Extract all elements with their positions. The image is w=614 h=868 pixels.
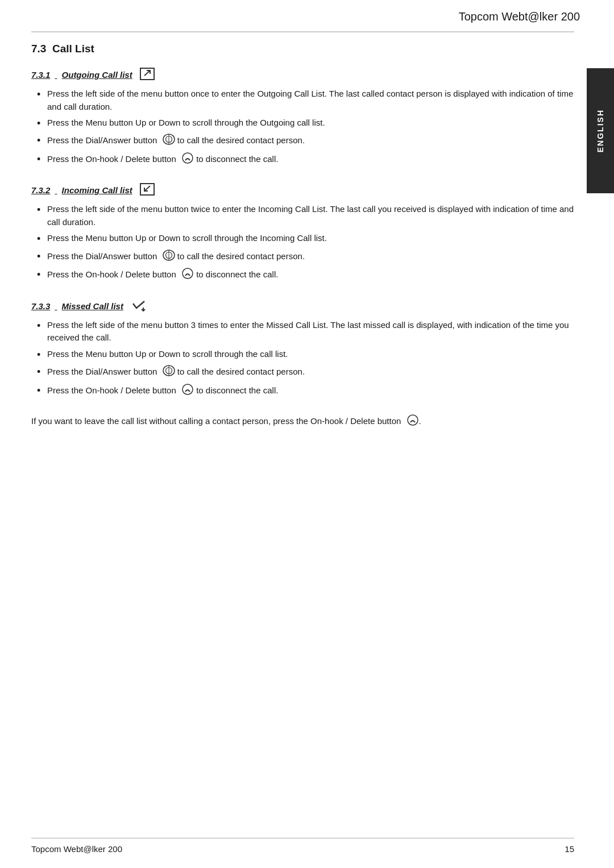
bullet-text: Press the On-hook / Delete button to dis… [47, 152, 278, 168]
outgoing-call-icon [140, 68, 155, 82]
bullet-text: Press the Menu button Up or Down to scro… [47, 232, 327, 245]
bullet-dot: • [37, 134, 47, 147]
onhook-button-icon [181, 152, 194, 168]
list-item: • Press the On-hook / Delete button to d… [37, 384, 574, 399]
bullet-text: Press the Menu button Up or Down to scro… [47, 117, 325, 130]
bullet-text: Press the Menu button Up or Down to scro… [47, 348, 288, 361]
onhook-button-icon-closing [406, 414, 419, 430]
bullet-dot: • [37, 366, 47, 379]
bullet-dot: • [37, 88, 47, 101]
bullet-dot: • [37, 348, 47, 362]
bullet-dot: • [37, 232, 47, 246]
subsection-732-number: 7.3.2 [31, 185, 50, 195]
list-item: • Press the Dial/Answer button to call t… [37, 365, 574, 380]
closing-paragraph: If you want to leave the call list witho… [31, 414, 574, 430]
subsection-733-bullets: • Press the left side of the menu button… [37, 319, 574, 398]
side-tab: ENGLISH [587, 68, 614, 193]
subsection-733-heading: 7.3.3 Missed Call list [31, 299, 574, 313]
bullet-text: Press the left side of the menu button o… [47, 88, 574, 113]
subsection-732-title: Incoming Call list [62, 185, 132, 195]
bullet-dot: • [37, 117, 47, 130]
footer-page-number: 15 [565, 844, 574, 854]
list-item: • Press the left side of the menu button… [37, 203, 574, 229]
incoming-call-icon [140, 183, 155, 197]
top-header-brand: Topcom Webt@lker 200 [459, 10, 580, 23]
bullet-dot: • [37, 250, 47, 263]
page-footer: Topcom Webt@lker 200 15 [31, 838, 574, 854]
bullet-dot: • [37, 203, 47, 217]
svg-rect-5 [140, 184, 154, 195]
bullet-text: Press the Dial/Answer button to call the… [47, 134, 305, 149]
bullet-text: Press the left side of the menu button t… [47, 203, 574, 229]
svg-line-1 [144, 70, 150, 76]
bullet-text: Press the On-hook / Delete button to dis… [47, 384, 278, 399]
main-content: 7.3 Call List 7.3.1 Outgoing Call list • [31, 31, 574, 823]
bullet-dot: • [37, 153, 47, 166]
subsection-732-bullets: • Press the left side of the menu button… [37, 203, 574, 283]
subsection-731-title: Outgoing Call list [62, 70, 132, 80]
dial-button-icon [163, 134, 175, 149]
list-item: • Press the Dial/Answer button to call t… [37, 134, 574, 149]
subsection-733: 7.3.3 Missed Call list • Press the left … [31, 299, 574, 398]
missed-call-icon [131, 299, 147, 313]
bullet-text: Press the left side of the menu button 3… [47, 319, 574, 344]
onhook-button-icon-2 [181, 268, 194, 283]
bullet-dot: • [37, 268, 47, 281]
dial-button-icon-3 [163, 365, 175, 380]
page-container: Topcom Webt@lker 200 ENGLISH 7.3 Call Li… [0, 0, 614, 868]
bullet-text: Press the On-hook / Delete button to dis… [47, 268, 278, 283]
subsection-732: 7.3.2 Incoming Call list • Press the lef… [31, 183, 574, 283]
list-item: • Press the On-hook / Delete button to d… [37, 152, 574, 168]
list-item: • Press the On-hook / Delete button to d… [37, 268, 574, 283]
subsection-732-heading: 7.3.2 Incoming Call list [31, 183, 574, 197]
section-heading: 7.3 Call List [31, 43, 574, 55]
subsection-733-number: 7.3.3 [31, 301, 50, 311]
bullet-dot: • [37, 384, 47, 397]
dial-button-icon-2 [163, 250, 175, 265]
subsection-733-title: Missed Call list [62, 301, 123, 311]
svg-line-6 [144, 186, 150, 191]
subsection-731: 7.3.1 Outgoing Call list • Press the lef… [31, 68, 574, 167]
bullet-text: Press the Dial/Answer button to call the… [47, 250, 305, 265]
top-divider [31, 31, 574, 32]
subsection-731-heading: 7.3.1 Outgoing Call list [31, 68, 574, 82]
side-tab-label: ENGLISH [596, 109, 605, 152]
list-item: • Press the left side of the menu button… [37, 319, 574, 344]
list-item: • Press the left side of the menu button… [37, 88, 574, 113]
section-title: Call List [52, 43, 94, 55]
onhook-button-icon-3 [181, 384, 194, 399]
list-item: • Press the Dial/Answer button to call t… [37, 250, 574, 265]
list-item: • Press the Menu button Up or Down to sc… [37, 232, 574, 246]
bullet-dot: • [37, 319, 47, 333]
subsection-731-number: 7.3.1 [31, 70, 50, 80]
bullet-text: Press the Dial/Answer button to call the… [47, 365, 305, 380]
section-number: 7.3 [31, 43, 46, 55]
list-item: • Press the Menu button Up or Down to sc… [37, 348, 574, 362]
subsection-731-bullets: • Press the left side of the menu button… [37, 88, 574, 167]
list-item: • Press the Menu button Up or Down to sc… [37, 117, 574, 130]
footer-brand-left: Topcom Webt@lker 200 [31, 844, 122, 854]
